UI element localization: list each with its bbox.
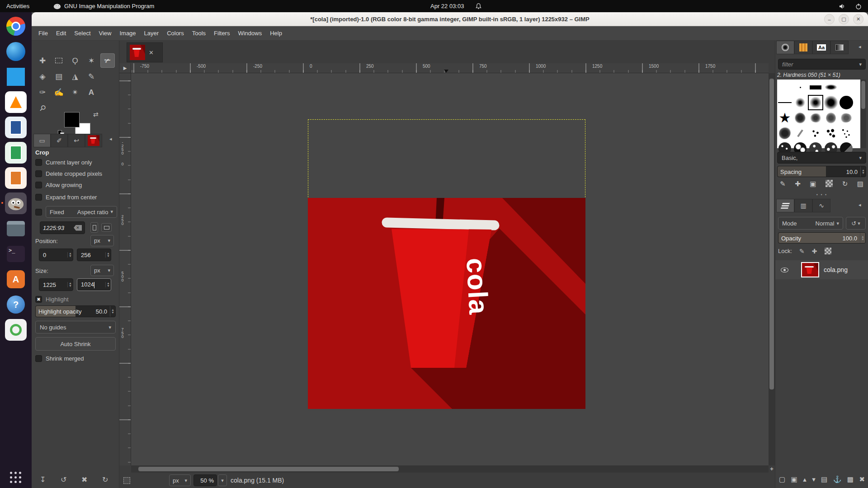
new-layer-icon[interactable]: ▢ [779, 475, 785, 483]
dock-terminal-icon[interactable]: >_ [5, 243, 27, 265]
tool-fuzzy-select[interactable]: ✶ [84, 53, 99, 68]
open-brush-as-image-icon[interactable]: ▨ [857, 180, 863, 188]
brush-grid-scrollbar[interactable] [860, 80, 866, 148]
duplicate-brush-icon[interactable]: ▣ [810, 180, 816, 188]
position-x-field[interactable]: 0 ▲▼ [39, 249, 73, 261]
horizontal-scrollbar-thumb[interactable] [138, 467, 399, 471]
dock-menu-icon[interactable]: ◂ [859, 44, 861, 49]
foreground-color-swatch[interactable] [64, 112, 80, 127]
tool-bucket-fill[interactable]: ◮ [68, 69, 82, 84]
close-button[interactable]: ✕ [853, 14, 863, 24]
fixed-dropdown[interactable]: Fixed Aspect ratio▾ [46, 206, 117, 218]
tab-undo-history[interactable]: ↩ [68, 134, 85, 147]
reset-tool-options-icon[interactable]: ↻ [102, 476, 108, 483]
delete-layer-icon[interactable]: ✖ [859, 475, 865, 483]
tab-menu-icon[interactable]: ◂ [109, 136, 112, 141]
menu-filters[interactable]: Filters [210, 27, 234, 39]
volume-icon[interactable] [839, 0, 846, 12]
tool-crop[interactable]: ✃ [100, 53, 115, 68]
window-titlebar[interactable]: *[cola] (imported)-1.0 (RGB color 8-bit … [32, 12, 868, 26]
checkbox[interactable] [35, 182, 42, 188]
clear-icon[interactable]: ✕ [74, 225, 82, 231]
refresh-brushes-icon[interactable]: ↻ [842, 180, 848, 188]
dock-libreoffice-calc-icon[interactable] [5, 142, 27, 164]
layer-name[interactable]: cola.png [824, 266, 848, 273]
lower-layer-icon[interactable]: ▾ [812, 475, 816, 483]
zoom-dropdown-button[interactable]: ▾ [218, 474, 227, 486]
image-tab[interactable]: ✕ [127, 42, 163, 62]
menu-image[interactable]: Image [115, 27, 140, 39]
tab-channels[interactable]: ▥ [794, 199, 812, 212]
dock-vscode-icon[interactable] [5, 66, 27, 88]
option-current-layer-only[interactable]: Current layer only [35, 159, 92, 166]
option-allow-growing[interactable]: Allow growing [35, 182, 82, 188]
tool-airbrush[interactable]: ✴ [68, 85, 82, 99]
show-applications-button[interactable] [10, 472, 22, 483]
layers-dock-menu-icon[interactable]: ◂ [859, 202, 861, 207]
landscape-orientation-icon[interactable] [101, 223, 112, 232]
dock-libreoffice-writer-icon[interactable] [5, 117, 27, 138]
tool-rectangle-select[interactable] [52, 53, 66, 68]
layer-mode-switch-button[interactable]: ↺▾ [846, 217, 866, 230]
status-unit-dropdown[interactable]: px▾ [169, 474, 191, 486]
vertical-scrollbar-thumb[interactable] [769, 79, 774, 389]
option-delete-cropped-pixels[interactable]: Delete cropped pixels [35, 170, 102, 177]
activities-button[interactable]: Activities [6, 0, 29, 12]
spinner[interactable]: ▲▼ [67, 252, 73, 258]
menu-select[interactable]: Select [70, 27, 94, 39]
spinner[interactable]: ▲▼ [110, 306, 115, 317]
checkbox[interactable] [35, 194, 42, 201]
option-expand-from-center[interactable]: Expand from center [35, 194, 97, 201]
spinner[interactable]: ▲▼ [67, 282, 73, 287]
tool-paintbrush[interactable]: ✎ [84, 69, 99, 84]
position-y-field[interactable]: 256 ▲▼ [77, 249, 111, 261]
layer-visibility-eye-icon[interactable] [781, 267, 788, 272]
delete-brush-icon[interactable]: ✖ [826, 180, 833, 187]
brush-tag-dropdown[interactable]: Basic,▾ [777, 152, 866, 164]
delete-tool-preset-icon[interactable]: ✖ [81, 476, 87, 483]
selected-brush[interactable] [808, 95, 823, 110]
layer-mask-icon[interactable]: ▩ [847, 475, 854, 483]
tool-free-select[interactable]: Ϙ [68, 53, 82, 68]
maximize-button[interactable]: ▢ [839, 14, 849, 24]
size-width-field[interactable]: 1225 ▲▼ [39, 278, 73, 291]
dock-resize-handle[interactable]: • • • [775, 192, 868, 197]
layer-row[interactable]: cola.png [775, 260, 868, 279]
menu-windows[interactable]: Windows [234, 27, 266, 39]
tool-transform[interactable]: ◈ [35, 69, 50, 84]
navigation-button[interactable]: ✚ [769, 465, 775, 473]
power-icon[interactable] [855, 0, 862, 12]
checkbox[interactable] [35, 355, 42, 362]
menu-colors[interactable]: Colors [163, 27, 188, 39]
edit-brush-icon[interactable]: ✎ [780, 180, 786, 188]
portrait-orientation-icon[interactable] [90, 222, 98, 233]
tool-color-picker[interactable]: ✑ [35, 85, 50, 99]
menu-help[interactable]: Help [266, 27, 286, 39]
brush-grid[interactable]: ★ [777, 80, 860, 148]
dock-ubuntu-software-icon[interactable]: A [5, 268, 27, 290]
lock-pixels-icon[interactable]: ✎ [799, 248, 805, 254]
checkbox[interactable] [35, 159, 42, 166]
aspect-ratio-field[interactable]: 1225:93 ✕ [40, 221, 85, 234]
close-tab-icon[interactable]: ✕ [149, 50, 154, 56]
guides-dropdown[interactable]: No guides▾ [35, 321, 116, 333]
menu-layer[interactable]: Layer [140, 27, 163, 39]
tab-tool-options[interactable]: ▭ [33, 134, 51, 147]
brush-spacing-slider[interactable]: Spacing 10.0 ▲▼ [777, 166, 866, 177]
option-highlight[interactable]: ✖ Highlight [35, 296, 69, 303]
clock[interactable]: Apr 22 03:03 [430, 0, 464, 12]
tab-brushes[interactable] [776, 41, 794, 54]
dock-gimp-icon[interactable] [5, 192, 27, 214]
menu-tools[interactable]: Tools [188, 27, 210, 39]
vertical-ruler[interactable]: -250 0 250 500 750 [119, 73, 131, 465]
position-unit-dropdown[interactable]: px▾ [90, 235, 114, 246]
ruler-corner-menu[interactable]: ▶ [119, 63, 131, 73]
canvas-viewport[interactable]: cola [131, 73, 769, 465]
tab-paths[interactable]: ∿ [812, 199, 830, 212]
canvas-image[interactable]: cola [308, 198, 585, 409]
brush-filter-input[interactable]: filter ▾ [778, 59, 866, 70]
new-layer-group-icon[interactable]: ▣ [791, 475, 797, 483]
fixed-checkbox[interactable] [35, 209, 42, 216]
tab-fonts[interactable]: Aa [812, 41, 830, 54]
horizontal-ruler[interactable]: -750 -500 -250 0 250 500 750 1000 1250 1… [131, 63, 769, 73]
